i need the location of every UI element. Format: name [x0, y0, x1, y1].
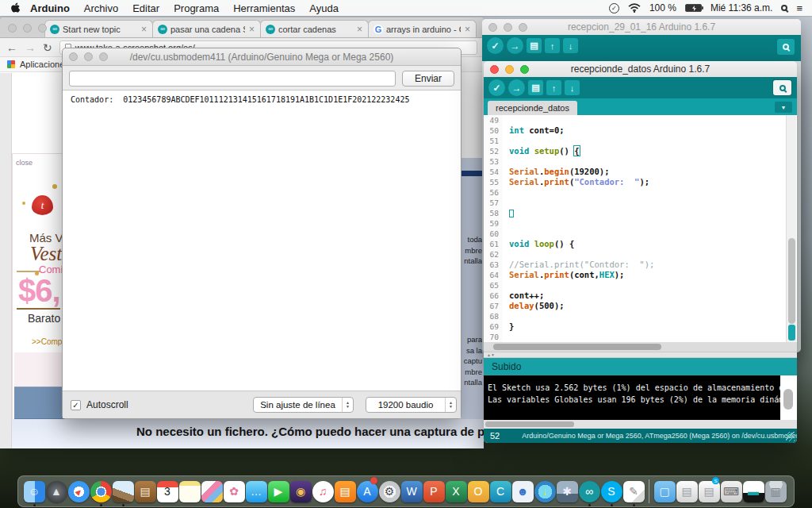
menu-programa[interactable]: Programa [167, 2, 226, 14]
zoom-window-icon[interactable] [519, 23, 527, 32]
apple-menu[interactable] [10, 2, 23, 14]
dock-word-icon[interactable]: W [400, 475, 423, 507]
resize-grip-icon[interactable] [786, 432, 795, 441]
tab-dropdown-button[interactable]: ▼ [775, 102, 792, 113]
dock-office-icon[interactable]: O [467, 475, 489, 507]
ide-window-controls[interactable] [490, 65, 529, 74]
dock-chrome-icon[interactable] [90, 475, 112, 507]
dock-image-capture-icon[interactable] [201, 475, 223, 507]
line-ending-select[interactable]: Sin ajuste de línea ▲▼ [253, 397, 354, 413]
close-window-icon[interactable] [490, 65, 499, 74]
ad-cta-link[interactable]: >>Compr [32, 337, 65, 346]
menu-ayuda[interactable]: Ayuda [302, 2, 346, 14]
check-circle-icon[interactable]: ✓ [609, 3, 619, 13]
serial-output[interactable]: Contador: 0123456789ABCDEF10111213141516… [63, 90, 461, 391]
zoom-window-icon[interactable] [99, 52, 108, 61]
serial-monitor-button[interactable] [773, 80, 791, 95]
close-window-icon[interactable] [488, 23, 497, 32]
minimize-window-icon[interactable] [23, 24, 32, 33]
upload-button[interactable]: → [508, 79, 525, 96]
save-button[interactable]: ↓ [563, 38, 578, 53]
zoom-window-icon[interactable] [520, 65, 529, 74]
dock-screenshot-window-2-icon[interactable]: ▤S [698, 475, 720, 507]
stepper-icon[interactable]: ▲▼ [342, 398, 353, 412]
menu-bar-clock[interactable]: Mié 11:36 a.m. [710, 2, 772, 13]
tab-close-icon[interactable]: × [140, 24, 147, 35]
dock-system-preferences-icon[interactable]: ⚙ [378, 475, 400, 507]
upload-button[interactable]: → [507, 37, 523, 54]
ide-console[interactable]: El Sketch usa 2.562 bytes (1%) del espac… [484, 375, 780, 420]
ad-close-link[interactable]: close [16, 159, 33, 167]
scrollbar-thumb[interactable] [485, 421, 574, 427]
wifi-icon[interactable] [628, 3, 641, 13]
dock-ibooks-icon[interactable]: ▤ [334, 475, 356, 507]
menu-herramientas[interactable]: Herramientas [226, 2, 302, 14]
dock-launchpad-icon[interactable]: ▲ [45, 475, 67, 507]
dock-folder-downloads-icon[interactable]: ▢ [653, 475, 676, 507]
console-divider[interactable]: ▲▼ [484, 352, 797, 358]
verify-button[interactable]: ✓ [488, 79, 505, 96]
dock-screenshot-window-1-icon[interactable]: ▤ [676, 475, 698, 507]
browser-window-controls[interactable] [8, 24, 47, 33]
dock-notes-icon[interactable] [178, 475, 201, 507]
dock-finder-icon[interactable]: ☺ [23, 475, 45, 507]
dock-people-icon[interactable]: ☻ [511, 475, 534, 507]
stepper-icon[interactable]: ▲▼ [445, 398, 456, 412]
browser-tab[interactable]: ∞cortar cadenas× [260, 20, 369, 37]
dock-excel-icon[interactable]: X [445, 475, 467, 507]
verify-button[interactable]: ✓ [487, 37, 504, 54]
dock-facetime-icon[interactable]: ▶ [267, 475, 289, 507]
tab-close-icon[interactable]: × [356, 24, 363, 35]
minimize-window-icon[interactable] [84, 52, 93, 61]
dock-screenshot-arduino-icon[interactable]: ▬ [742, 475, 764, 507]
close-window-icon[interactable] [8, 24, 17, 33]
menu-archivo[interactable]: Archivo [77, 2, 125, 14]
minimize-window-icon[interactable] [504, 23, 512, 32]
close-window-icon[interactable] [69, 52, 78, 61]
dock-photo-booth-icon[interactable]: ◉ [289, 475, 312, 507]
dock-itunes-icon[interactable]: ♫ [312, 475, 334, 507]
scrollbar-thumb[interactable] [493, 344, 661, 350]
dock-safari-icon[interactable]: ▸ [67, 475, 90, 507]
scrollbar-thumb[interactable] [783, 389, 793, 410]
apps-grid-icon[interactable] [7, 60, 15, 68]
dock-calendar-icon[interactable]: 3 [156, 475, 178, 507]
console-horizontal-scrollbar[interactable] [484, 420, 797, 429]
dock-photos-icon[interactable]: ✿ [223, 475, 245, 507]
ide-back-window-controls[interactable] [488, 23, 527, 32]
open-button[interactable]: ↑ [545, 38, 560, 53]
dock-arduino-icon[interactable]: ∞ [578, 475, 600, 507]
minimize-window-icon[interactable] [505, 65, 514, 74]
dock-textedit-icon[interactable]: ✎ [622, 475, 645, 507]
serial-monitor-button[interactable] [777, 39, 795, 55]
autoscroll-checkbox[interactable]: ✓ [71, 400, 81, 410]
open-button[interactable]: ↑ [546, 80, 561, 95]
menu-arduino[interactable]: Arduino [23, 2, 77, 14]
reload-button[interactable]: ↻ [43, 41, 52, 54]
baud-rate-select[interactable]: 19200 baudio ▲▼ [366, 397, 457, 413]
forward-button[interactable]: → [25, 41, 36, 54]
tab-close-icon[interactable]: × [464, 24, 471, 35]
dock-preview-icon[interactable] [112, 475, 134, 507]
sketch-tab[interactable]: recepcionde_datos [488, 101, 577, 115]
dock-downloads-globe-icon[interactable]: ↓ [534, 475, 556, 507]
editor-horizontal-scrollbar[interactable] [484, 342, 797, 352]
serial-window-controls[interactable] [69, 52, 108, 61]
send-button[interactable]: Enviar [402, 71, 454, 87]
console-scrollbar[interactable] [780, 375, 797, 420]
code-editor[interactable]: 4950int cont=0;5152void setup() {5354Ser… [484, 115, 797, 342]
notification-center-icon[interactable]: ≡ [796, 2, 802, 14]
browser-tab[interactable]: ∞pasar una cadena String× [152, 20, 261, 37]
dock-app-store-icon[interactable]: A [356, 475, 378, 507]
dock-trash-icon[interactable]: ▥ [764, 475, 787, 507]
dock-contacts-icon[interactable]: ▤ [134, 475, 156, 507]
back-button[interactable]: ← [6, 41, 17, 54]
dock-screenshot-keyboard-icon[interactable]: ⌨ [720, 475, 742, 507]
dock-messages-icon[interactable]: … [245, 475, 267, 507]
browser-tab[interactable]: Garrays in arduino - Go× [368, 20, 477, 37]
dock-remote-desktop-icon[interactable]: ✱ [556, 475, 578, 507]
editor-vertical-scrollbar[interactable] [786, 115, 796, 342]
spotlight-search-icon[interactable] [781, 5, 787, 11]
serial-input[interactable] [69, 71, 396, 87]
new-sketch-button[interactable]: ▤ [527, 38, 542, 53]
